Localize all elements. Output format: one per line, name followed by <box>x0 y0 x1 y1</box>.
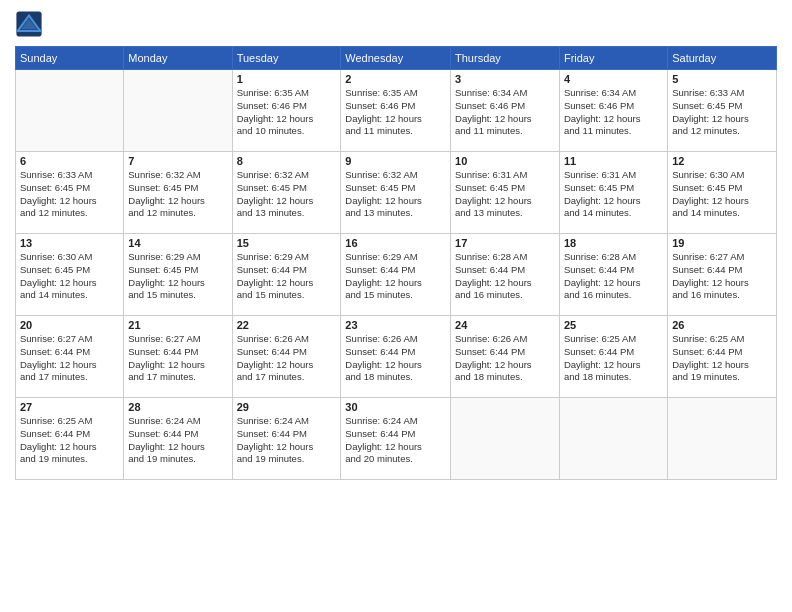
day-cell: 15Sunrise: 6:29 AM Sunset: 6:44 PM Dayli… <box>232 234 341 316</box>
day-info: Sunrise: 6:24 AM Sunset: 6:44 PM Dayligh… <box>128 415 227 466</box>
day-number: 20 <box>20 319 119 331</box>
day-number: 30 <box>345 401 446 413</box>
week-row-5: 27Sunrise: 6:25 AM Sunset: 6:44 PM Dayli… <box>16 398 777 480</box>
day-cell: 9Sunrise: 6:32 AM Sunset: 6:45 PM Daylig… <box>341 152 451 234</box>
day-number: 3 <box>455 73 555 85</box>
day-number: 9 <box>345 155 446 167</box>
day-info: Sunrise: 6:26 AM Sunset: 6:44 PM Dayligh… <box>455 333 555 384</box>
weekday-header-monday: Monday <box>124 47 232 70</box>
day-cell: 6Sunrise: 6:33 AM Sunset: 6:45 PM Daylig… <box>16 152 124 234</box>
day-info: Sunrise: 6:26 AM Sunset: 6:44 PM Dayligh… <box>237 333 337 384</box>
day-info: Sunrise: 6:25 AM Sunset: 6:44 PM Dayligh… <box>20 415 119 466</box>
day-number: 16 <box>345 237 446 249</box>
day-info: Sunrise: 6:27 AM Sunset: 6:44 PM Dayligh… <box>672 251 772 302</box>
day-info: Sunrise: 6:32 AM Sunset: 6:45 PM Dayligh… <box>128 169 227 220</box>
day-number: 24 <box>455 319 555 331</box>
day-number: 28 <box>128 401 227 413</box>
day-cell: 30Sunrise: 6:24 AM Sunset: 6:44 PM Dayli… <box>341 398 451 480</box>
day-info: Sunrise: 6:30 AM Sunset: 6:45 PM Dayligh… <box>20 251 119 302</box>
day-number: 27 <box>20 401 119 413</box>
weekday-header-wednesday: Wednesday <box>341 47 451 70</box>
day-info: Sunrise: 6:28 AM Sunset: 6:44 PM Dayligh… <box>564 251 663 302</box>
day-info: Sunrise: 6:27 AM Sunset: 6:44 PM Dayligh… <box>128 333 227 384</box>
day-cell <box>124 70 232 152</box>
day-cell: 5Sunrise: 6:33 AM Sunset: 6:45 PM Daylig… <box>668 70 777 152</box>
week-row-2: 6Sunrise: 6:33 AM Sunset: 6:45 PM Daylig… <box>16 152 777 234</box>
day-number: 25 <box>564 319 663 331</box>
day-cell: 28Sunrise: 6:24 AM Sunset: 6:44 PM Dayli… <box>124 398 232 480</box>
day-number: 22 <box>237 319 337 331</box>
day-cell: 17Sunrise: 6:28 AM Sunset: 6:44 PM Dayli… <box>451 234 560 316</box>
day-cell: 11Sunrise: 6:31 AM Sunset: 6:45 PM Dayli… <box>559 152 667 234</box>
day-info: Sunrise: 6:29 AM Sunset: 6:45 PM Dayligh… <box>128 251 227 302</box>
day-cell: 22Sunrise: 6:26 AM Sunset: 6:44 PM Dayli… <box>232 316 341 398</box>
day-number: 11 <box>564 155 663 167</box>
day-number: 2 <box>345 73 446 85</box>
weekday-header-friday: Friday <box>559 47 667 70</box>
day-number: 6 <box>20 155 119 167</box>
day-cell: 4Sunrise: 6:34 AM Sunset: 6:46 PM Daylig… <box>559 70 667 152</box>
day-number: 5 <box>672 73 772 85</box>
day-cell: 13Sunrise: 6:30 AM Sunset: 6:45 PM Dayli… <box>16 234 124 316</box>
day-number: 18 <box>564 237 663 249</box>
day-number: 29 <box>237 401 337 413</box>
day-info: Sunrise: 6:32 AM Sunset: 6:45 PM Dayligh… <box>237 169 337 220</box>
day-number: 1 <box>237 73 337 85</box>
day-cell: 27Sunrise: 6:25 AM Sunset: 6:44 PM Dayli… <box>16 398 124 480</box>
day-cell: 29Sunrise: 6:24 AM Sunset: 6:44 PM Dayli… <box>232 398 341 480</box>
day-number: 21 <box>128 319 227 331</box>
day-number: 13 <box>20 237 119 249</box>
day-info: Sunrise: 6:25 AM Sunset: 6:44 PM Dayligh… <box>564 333 663 384</box>
day-number: 23 <box>345 319 446 331</box>
day-number: 7 <box>128 155 227 167</box>
day-info: Sunrise: 6:31 AM Sunset: 6:45 PM Dayligh… <box>455 169 555 220</box>
week-row-1: 1Sunrise: 6:35 AM Sunset: 6:46 PM Daylig… <box>16 70 777 152</box>
weekday-header-saturday: Saturday <box>668 47 777 70</box>
day-cell: 7Sunrise: 6:32 AM Sunset: 6:45 PM Daylig… <box>124 152 232 234</box>
day-number: 10 <box>455 155 555 167</box>
day-cell: 25Sunrise: 6:25 AM Sunset: 6:44 PM Dayli… <box>559 316 667 398</box>
day-number: 14 <box>128 237 227 249</box>
day-info: Sunrise: 6:27 AM Sunset: 6:44 PM Dayligh… <box>20 333 119 384</box>
day-info: Sunrise: 6:35 AM Sunset: 6:46 PM Dayligh… <box>345 87 446 138</box>
day-info: Sunrise: 6:29 AM Sunset: 6:44 PM Dayligh… <box>237 251 337 302</box>
day-number: 26 <box>672 319 772 331</box>
header <box>15 10 777 38</box>
weekday-header-tuesday: Tuesday <box>232 47 341 70</box>
day-number: 15 <box>237 237 337 249</box>
day-info: Sunrise: 6:26 AM Sunset: 6:44 PM Dayligh… <box>345 333 446 384</box>
calendar: SundayMondayTuesdayWednesdayThursdayFrid… <box>15 46 777 480</box>
logo <box>15 10 47 38</box>
day-info: Sunrise: 6:28 AM Sunset: 6:44 PM Dayligh… <box>455 251 555 302</box>
day-cell: 20Sunrise: 6:27 AM Sunset: 6:44 PM Dayli… <box>16 316 124 398</box>
day-info: Sunrise: 6:33 AM Sunset: 6:45 PM Dayligh… <box>672 87 772 138</box>
day-cell: 2Sunrise: 6:35 AM Sunset: 6:46 PM Daylig… <box>341 70 451 152</box>
logo-icon <box>15 10 43 38</box>
day-info: Sunrise: 6:29 AM Sunset: 6:44 PM Dayligh… <box>345 251 446 302</box>
day-info: Sunrise: 6:34 AM Sunset: 6:46 PM Dayligh… <box>564 87 663 138</box>
weekday-header-thursday: Thursday <box>451 47 560 70</box>
day-info: Sunrise: 6:32 AM Sunset: 6:45 PM Dayligh… <box>345 169 446 220</box>
day-cell: 3Sunrise: 6:34 AM Sunset: 6:46 PM Daylig… <box>451 70 560 152</box>
day-cell: 1Sunrise: 6:35 AM Sunset: 6:46 PM Daylig… <box>232 70 341 152</box>
day-cell: 18Sunrise: 6:28 AM Sunset: 6:44 PM Dayli… <box>559 234 667 316</box>
day-cell <box>16 70 124 152</box>
day-number: 17 <box>455 237 555 249</box>
day-info: Sunrise: 6:24 AM Sunset: 6:44 PM Dayligh… <box>237 415 337 466</box>
day-cell <box>451 398 560 480</box>
day-number: 12 <box>672 155 772 167</box>
weekday-header-sunday: Sunday <box>16 47 124 70</box>
day-cell: 16Sunrise: 6:29 AM Sunset: 6:44 PM Dayli… <box>341 234 451 316</box>
day-cell: 8Sunrise: 6:32 AM Sunset: 6:45 PM Daylig… <box>232 152 341 234</box>
day-number: 8 <box>237 155 337 167</box>
day-cell: 10Sunrise: 6:31 AM Sunset: 6:45 PM Dayli… <box>451 152 560 234</box>
day-number: 4 <box>564 73 663 85</box>
day-cell <box>559 398 667 480</box>
week-row-3: 13Sunrise: 6:30 AM Sunset: 6:45 PM Dayli… <box>16 234 777 316</box>
day-info: Sunrise: 6:34 AM Sunset: 6:46 PM Dayligh… <box>455 87 555 138</box>
day-cell: 19Sunrise: 6:27 AM Sunset: 6:44 PM Dayli… <box>668 234 777 316</box>
page: SundayMondayTuesdayWednesdayThursdayFrid… <box>0 0 792 612</box>
day-cell: 23Sunrise: 6:26 AM Sunset: 6:44 PM Dayli… <box>341 316 451 398</box>
day-info: Sunrise: 6:33 AM Sunset: 6:45 PM Dayligh… <box>20 169 119 220</box>
day-info: Sunrise: 6:24 AM Sunset: 6:44 PM Dayligh… <box>345 415 446 466</box>
